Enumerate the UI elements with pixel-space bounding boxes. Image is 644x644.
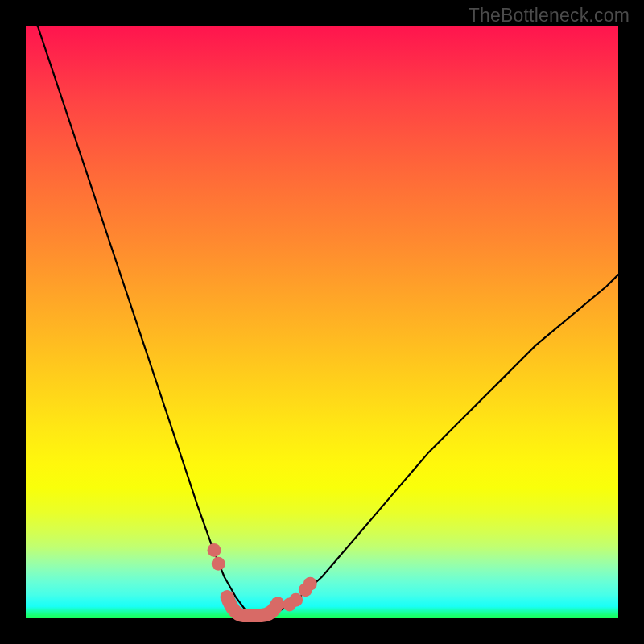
bottom-highlight [227, 597, 278, 616]
curve-svg [26, 26, 618, 618]
plot-area [26, 26, 618, 618]
highlight-dot [289, 593, 303, 607]
bottleneck-curve [38, 26, 618, 615]
watermark-text: TheBottleneck.com [469, 5, 630, 27]
outer-frame: TheBottleneck.com [0, 0, 644, 644]
highlight-dot [303, 577, 317, 591]
highlight-dot [208, 543, 221, 557]
highlight-dot [212, 557, 225, 571]
